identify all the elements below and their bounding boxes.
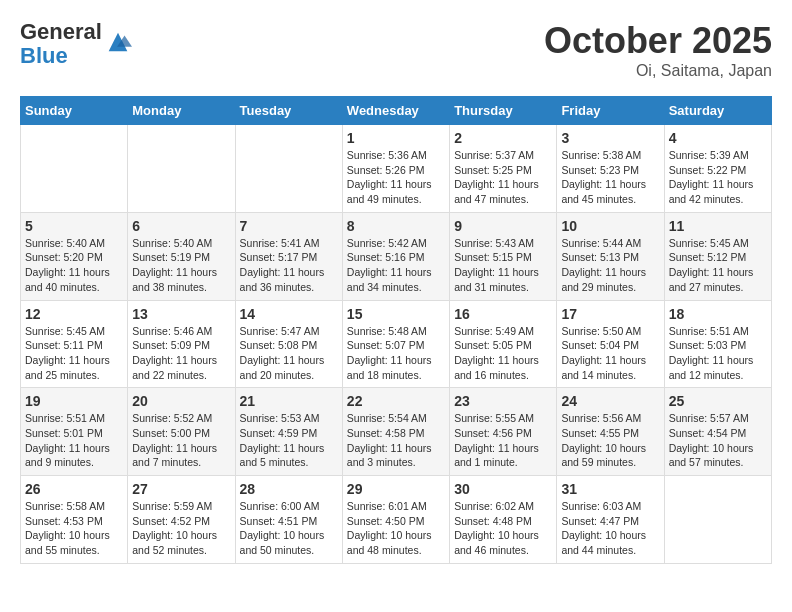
title-section: October 2025 Oi, Saitama, Japan — [544, 20, 772, 80]
day-info: Sunrise: 5:54 AMSunset: 4:58 PMDaylight:… — [347, 411, 445, 470]
calendar-cell — [664, 476, 771, 564]
header-monday: Monday — [128, 97, 235, 125]
calendar-cell: 30Sunrise: 6:02 AMSunset: 4:48 PMDayligh… — [450, 476, 557, 564]
day-info: Sunrise: 5:49 AMSunset: 5:05 PMDaylight:… — [454, 324, 552, 383]
day-info: Sunrise: 5:51 AMSunset: 5:01 PMDaylight:… — [25, 411, 123, 470]
calendar-cell: 28Sunrise: 6:00 AMSunset: 4:51 PMDayligh… — [235, 476, 342, 564]
day-number: 20 — [132, 393, 230, 409]
day-info: Sunrise: 6:01 AMSunset: 4:50 PMDaylight:… — [347, 499, 445, 558]
day-info: Sunrise: 5:41 AMSunset: 5:17 PMDaylight:… — [240, 236, 338, 295]
calendar-cell: 17Sunrise: 5:50 AMSunset: 5:04 PMDayligh… — [557, 300, 664, 388]
day-info: Sunrise: 6:02 AMSunset: 4:48 PMDaylight:… — [454, 499, 552, 558]
calendar-cell: 8Sunrise: 5:42 AMSunset: 5:16 PMDaylight… — [342, 212, 449, 300]
day-number: 6 — [132, 218, 230, 234]
logo-icon — [104, 28, 132, 56]
calendar-cell: 20Sunrise: 5:52 AMSunset: 5:00 PMDayligh… — [128, 388, 235, 476]
day-number: 8 — [347, 218, 445, 234]
day-number: 21 — [240, 393, 338, 409]
calendar-table: SundayMondayTuesdayWednesdayThursdayFrid… — [20, 96, 772, 564]
day-number: 17 — [561, 306, 659, 322]
day-number: 4 — [669, 130, 767, 146]
day-info: Sunrise: 5:58 AMSunset: 4:53 PMDaylight:… — [25, 499, 123, 558]
day-number: 12 — [25, 306, 123, 322]
calendar-cell: 10Sunrise: 5:44 AMSunset: 5:13 PMDayligh… — [557, 212, 664, 300]
calendar-cell: 5Sunrise: 5:40 AMSunset: 5:20 PMDaylight… — [21, 212, 128, 300]
day-number: 14 — [240, 306, 338, 322]
day-number: 2 — [454, 130, 552, 146]
day-info: Sunrise: 5:57 AMSunset: 4:54 PMDaylight:… — [669, 411, 767, 470]
day-number: 31 — [561, 481, 659, 497]
day-info: Sunrise: 5:42 AMSunset: 5:16 PMDaylight:… — [347, 236, 445, 295]
day-info: Sunrise: 5:55 AMSunset: 4:56 PMDaylight:… — [454, 411, 552, 470]
day-number: 3 — [561, 130, 659, 146]
day-number: 23 — [454, 393, 552, 409]
logo-text: General Blue — [20, 20, 102, 68]
week-row-3: 12Sunrise: 5:45 AMSunset: 5:11 PMDayligh… — [21, 300, 772, 388]
calendar-cell: 21Sunrise: 5:53 AMSunset: 4:59 PMDayligh… — [235, 388, 342, 476]
page-header: General Blue October 2025 Oi, Saitama, J… — [20, 20, 772, 80]
week-row-1: 1Sunrise: 5:36 AMSunset: 5:26 PMDaylight… — [21, 125, 772, 213]
calendar-cell: 24Sunrise: 5:56 AMSunset: 4:55 PMDayligh… — [557, 388, 664, 476]
day-info: Sunrise: 5:36 AMSunset: 5:26 PMDaylight:… — [347, 148, 445, 207]
header-sunday: Sunday — [21, 97, 128, 125]
header-thursday: Thursday — [450, 97, 557, 125]
calendar-cell: 9Sunrise: 5:43 AMSunset: 5:15 PMDaylight… — [450, 212, 557, 300]
day-info: Sunrise: 5:40 AMSunset: 5:20 PMDaylight:… — [25, 236, 123, 295]
logo-blue: Blue — [20, 43, 68, 68]
day-info: Sunrise: 5:56 AMSunset: 4:55 PMDaylight:… — [561, 411, 659, 470]
day-info: Sunrise: 5:48 AMSunset: 5:07 PMDaylight:… — [347, 324, 445, 383]
day-info: Sunrise: 5:50 AMSunset: 5:04 PMDaylight:… — [561, 324, 659, 383]
calendar-cell: 31Sunrise: 6:03 AMSunset: 4:47 PMDayligh… — [557, 476, 664, 564]
calendar-cell: 27Sunrise: 5:59 AMSunset: 4:52 PMDayligh… — [128, 476, 235, 564]
calendar-cell: 16Sunrise: 5:49 AMSunset: 5:05 PMDayligh… — [450, 300, 557, 388]
day-info: Sunrise: 5:46 AMSunset: 5:09 PMDaylight:… — [132, 324, 230, 383]
day-info: Sunrise: 5:53 AMSunset: 4:59 PMDaylight:… — [240, 411, 338, 470]
day-number: 7 — [240, 218, 338, 234]
calendar-cell: 26Sunrise: 5:58 AMSunset: 4:53 PMDayligh… — [21, 476, 128, 564]
calendar-cell: 25Sunrise: 5:57 AMSunset: 4:54 PMDayligh… — [664, 388, 771, 476]
calendar-cell: 12Sunrise: 5:45 AMSunset: 5:11 PMDayligh… — [21, 300, 128, 388]
day-info: Sunrise: 6:03 AMSunset: 4:47 PMDaylight:… — [561, 499, 659, 558]
day-number: 16 — [454, 306, 552, 322]
header-tuesday: Tuesday — [235, 97, 342, 125]
logo-general: General — [20, 19, 102, 44]
calendar-cell — [128, 125, 235, 213]
calendar-cell: 18Sunrise: 5:51 AMSunset: 5:03 PMDayligh… — [664, 300, 771, 388]
week-row-5: 26Sunrise: 5:58 AMSunset: 4:53 PMDayligh… — [21, 476, 772, 564]
calendar-cell: 6Sunrise: 5:40 AMSunset: 5:19 PMDaylight… — [128, 212, 235, 300]
day-number: 27 — [132, 481, 230, 497]
calendar-cell: 15Sunrise: 5:48 AMSunset: 5:07 PMDayligh… — [342, 300, 449, 388]
day-number: 28 — [240, 481, 338, 497]
header-friday: Friday — [557, 97, 664, 125]
calendar-cell: 2Sunrise: 5:37 AMSunset: 5:25 PMDaylight… — [450, 125, 557, 213]
calendar-cell: 7Sunrise: 5:41 AMSunset: 5:17 PMDaylight… — [235, 212, 342, 300]
header-saturday: Saturday — [664, 97, 771, 125]
day-info: Sunrise: 5:44 AMSunset: 5:13 PMDaylight:… — [561, 236, 659, 295]
day-number: 10 — [561, 218, 659, 234]
logo: General Blue — [20, 20, 132, 68]
calendar-cell: 11Sunrise: 5:45 AMSunset: 5:12 PMDayligh… — [664, 212, 771, 300]
calendar-header-row: SundayMondayTuesdayWednesdayThursdayFrid… — [21, 97, 772, 125]
day-info: Sunrise: 5:43 AMSunset: 5:15 PMDaylight:… — [454, 236, 552, 295]
calendar-cell — [21, 125, 128, 213]
calendar-cell: 14Sunrise: 5:47 AMSunset: 5:08 PMDayligh… — [235, 300, 342, 388]
day-number: 11 — [669, 218, 767, 234]
calendar-cell — [235, 125, 342, 213]
day-number: 19 — [25, 393, 123, 409]
day-info: Sunrise: 5:45 AMSunset: 5:11 PMDaylight:… — [25, 324, 123, 383]
month-title: October 2025 — [544, 20, 772, 62]
location-title: Oi, Saitama, Japan — [544, 62, 772, 80]
day-number: 30 — [454, 481, 552, 497]
calendar-cell: 22Sunrise: 5:54 AMSunset: 4:58 PMDayligh… — [342, 388, 449, 476]
day-info: Sunrise: 5:51 AMSunset: 5:03 PMDaylight:… — [669, 324, 767, 383]
day-info: Sunrise: 5:59 AMSunset: 4:52 PMDaylight:… — [132, 499, 230, 558]
day-info: Sunrise: 6:00 AMSunset: 4:51 PMDaylight:… — [240, 499, 338, 558]
day-number: 5 — [25, 218, 123, 234]
day-number: 1 — [347, 130, 445, 146]
day-info: Sunrise: 5:52 AMSunset: 5:00 PMDaylight:… — [132, 411, 230, 470]
day-info: Sunrise: 5:37 AMSunset: 5:25 PMDaylight:… — [454, 148, 552, 207]
week-row-2: 5Sunrise: 5:40 AMSunset: 5:20 PMDaylight… — [21, 212, 772, 300]
day-info: Sunrise: 5:39 AMSunset: 5:22 PMDaylight:… — [669, 148, 767, 207]
calendar-cell: 13Sunrise: 5:46 AMSunset: 5:09 PMDayligh… — [128, 300, 235, 388]
calendar-cell: 3Sunrise: 5:38 AMSunset: 5:23 PMDaylight… — [557, 125, 664, 213]
